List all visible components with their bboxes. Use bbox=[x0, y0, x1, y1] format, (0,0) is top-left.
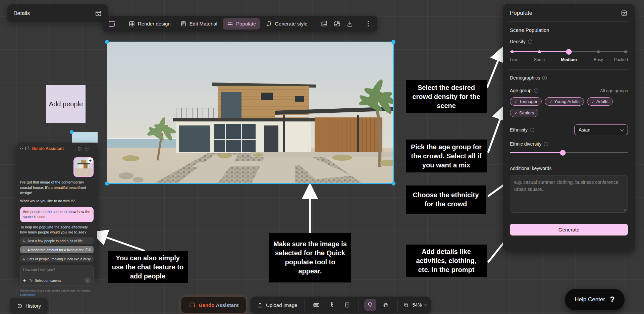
info-icon[interactable] bbox=[530, 128, 534, 132]
reply-arrow-icon: ↳ bbox=[22, 257, 25, 261]
density-slider[interactable] bbox=[510, 49, 628, 54]
lasso-select-tool[interactable] bbox=[364, 299, 376, 311]
zoom-in-icon[interactable] bbox=[403, 302, 410, 308]
question-mark-icon: ? bbox=[610, 295, 615, 304]
chip-adults[interactable]: ✓ Adults bbox=[587, 97, 613, 106]
callout-keywords: Add details like activities, clothing, e… bbox=[406, 245, 487, 277]
reply-arrow-icon: ↳ bbox=[22, 239, 25, 243]
attach-plus-icon[interactable]: + bbox=[23, 278, 26, 283]
age-group-label: Age group bbox=[510, 88, 532, 93]
callout-age-group: Pick the age group for the crowd. Select… bbox=[406, 140, 487, 172]
notes-icon[interactable] bbox=[341, 299, 353, 311]
house-photo[interactable] bbox=[107, 42, 393, 183]
chat-suggestion-option-selected[interactable]: ↳ A moderate amount for a lived-in feel.… bbox=[20, 246, 94, 253]
callout-ethnicity: Choose the ethnicity for the crowd bbox=[406, 186, 486, 214]
selection-handle[interactable] bbox=[105, 181, 109, 186]
more-options-icon[interactable] bbox=[363, 18, 374, 30]
minimize-chat-icon[interactable]: – bbox=[91, 146, 94, 151]
drag-handle-icon[interactable] bbox=[20, 147, 23, 151]
density-option-selected[interactable]: Medium bbox=[561, 57, 577, 62]
details-panel[interactable]: Details bbox=[7, 4, 108, 22]
info-icon[interactable] bbox=[528, 40, 532, 44]
density-option[interactable]: Busy bbox=[594, 57, 603, 62]
panel-collapse-icon[interactable] bbox=[95, 10, 102, 17]
selection-handle[interactable] bbox=[105, 40, 109, 44]
toolbar-divider bbox=[305, 299, 305, 311]
chat-input[interactable] bbox=[23, 268, 91, 272]
upload-icon bbox=[257, 302, 263, 308]
chevron-down-icon[interactable] bbox=[424, 303, 427, 306]
quick-populate-frame-icon[interactable] bbox=[106, 18, 117, 30]
user-message: Add people to the scene to show how the … bbox=[20, 207, 94, 222]
render-design-button[interactable]: Render design bbox=[124, 18, 175, 30]
populate-people-icon bbox=[227, 20, 233, 27]
generate-style-icon bbox=[265, 20, 272, 27]
chip-young-adults[interactable]: ✓ Young Adults bbox=[545, 97, 584, 106]
ethnic-diversity-label: Ethnic diversity bbox=[510, 141, 541, 147]
density-option[interactable]: Packed bbox=[614, 57, 628, 62]
density-option[interactable]: Some bbox=[534, 57, 545, 62]
populate-button[interactable]: Populate bbox=[223, 18, 260, 30]
details-title: Details bbox=[13, 10, 95, 16]
attached-image-thumbnail[interactable]: + bbox=[73, 157, 94, 177]
sparkle-cursor-icon bbox=[29, 278, 33, 282]
gendo-assistant-window[interactable]: Gendo Assistant – + I've got that image … bbox=[16, 143, 97, 277]
upload-image-button[interactable]: Upload Image bbox=[255, 300, 299, 310]
ethnic-diversity-knob[interactable] bbox=[560, 150, 566, 156]
chat-suggestion-option[interactable]: ↳ Just a few people to add a bit of life… bbox=[20, 237, 94, 244]
edit-option-button[interactable]: Edit bbox=[86, 248, 91, 252]
ethnic-diversity-slider[interactable] bbox=[510, 150, 628, 155]
person-scale-icon[interactable] bbox=[326, 299, 338, 311]
select-on-canvas-button[interactable]: Select on canvas bbox=[29, 278, 61, 282]
shortcuts-keyboard-icon[interactable] bbox=[310, 299, 322, 311]
sticky-note-add-people[interactable]: Add people bbox=[46, 85, 86, 123]
chip-teenager[interactable]: ✓ Teenager bbox=[510, 97, 542, 106]
edit-material-button[interactable]: Edit Material bbox=[176, 18, 221, 30]
upscale-image-icon[interactable] bbox=[331, 18, 343, 30]
assistant-message: To help me populate the scene effectivel… bbox=[20, 225, 94, 235]
download-icon[interactable] bbox=[344, 18, 356, 30]
generate-style-button[interactable]: Generate style bbox=[261, 18, 312, 30]
density-option[interactable]: Low bbox=[510, 57, 518, 62]
send-message-button[interactable]: ↑ bbox=[85, 277, 91, 283]
chat-composer[interactable]: + Select on canvas ↑ bbox=[20, 265, 94, 286]
bottom-toolbar: Upload Image 54% bbox=[251, 297, 431, 313]
panel-collapse-icon[interactable] bbox=[621, 9, 628, 17]
pan-hand-tool[interactable] bbox=[380, 299, 392, 311]
chevron-down-icon bbox=[620, 127, 624, 131]
help-center-button[interactable]: Help Center ? bbox=[565, 289, 625, 310]
zoom-level[interactable]: 54% bbox=[412, 302, 422, 308]
density-slider-knob[interactable] bbox=[566, 49, 572, 55]
history-icon bbox=[17, 303, 23, 309]
add-image-badge: + bbox=[88, 158, 93, 163]
chip-seniors[interactable]: ✓ Seniors bbox=[510, 109, 538, 117]
reset-chat-icon[interactable] bbox=[77, 146, 82, 151]
expand-chat-icon[interactable] bbox=[84, 146, 89, 151]
check-icon: ✓ bbox=[549, 99, 552, 104]
generate-button[interactable]: Generate bbox=[510, 224, 628, 235]
history-button[interactable]: History bbox=[10, 298, 48, 313]
assistant-message: I've got that image of the contemporary … bbox=[20, 180, 94, 196]
hand-icon bbox=[382, 302, 389, 308]
selection-handle[interactable] bbox=[391, 181, 395, 186]
reply-arrow-icon: ↳ bbox=[22, 248, 25, 252]
info-icon[interactable] bbox=[534, 89, 538, 93]
canvas-object-fragment[interactable] bbox=[72, 132, 98, 143]
keywords-textarea[interactable] bbox=[514, 179, 624, 209]
selection-handle[interactable] bbox=[70, 130, 73, 134]
selected-canvas-image[interactable] bbox=[107, 42, 393, 183]
age-group-chips: ✓ Teenager ✓ Young Adults ✓ Adults ✓ Sen… bbox=[510, 97, 628, 117]
enhance-image-icon[interactable] bbox=[319, 18, 330, 30]
chat-suggestion-option[interactable]: ↳ Lots of people, making it look like a … bbox=[20, 255, 94, 262]
info-icon[interactable] bbox=[542, 76, 547, 80]
selection-handle[interactable] bbox=[391, 40, 395, 44]
density-options: Low Some Medium Busy Packed bbox=[510, 57, 628, 63]
ethnicity-dropdown[interactable]: Asian bbox=[574, 124, 628, 135]
keywords-label: Additional keywords bbox=[510, 166, 628, 171]
age-group-hint: All age groups bbox=[600, 88, 628, 93]
learn-more-link[interactable]: Learn more. bbox=[20, 293, 36, 297]
info-icon[interactable] bbox=[544, 142, 548, 146]
assistant-message: What would you like to do with it? bbox=[20, 199, 94, 204]
toolbar-divider bbox=[359, 18, 359, 29]
gendo-assistant-button[interactable]: Gendo Assistant bbox=[181, 297, 247, 313]
